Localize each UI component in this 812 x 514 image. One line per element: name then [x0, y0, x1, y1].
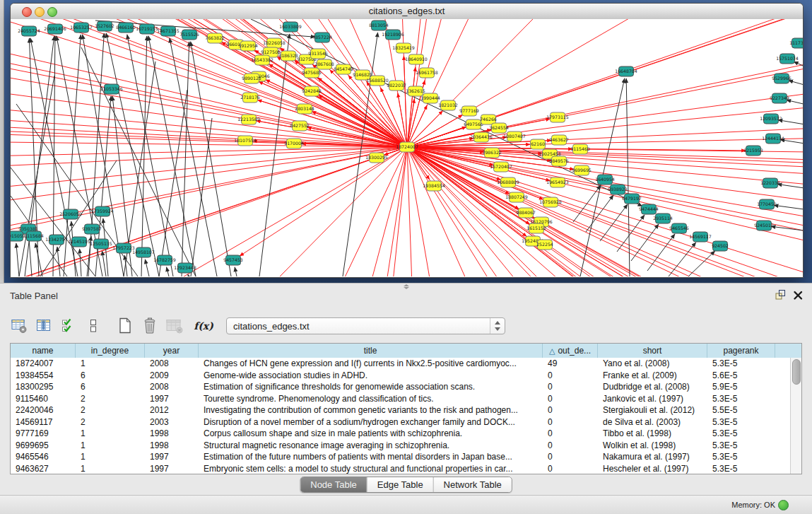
- graph-node[interactable]: 8215953: [743, 146, 763, 156]
- tab-node-table[interactable]: Node Table: [300, 477, 367, 492]
- graph-node[interactable]: 1821032: [438, 100, 458, 110]
- graph-node[interactable]: 9822037: [387, 81, 406, 90]
- graph-node[interactable]: 1990444: [420, 93, 440, 103]
- table-row[interactable]: 1830029562008Estimation of significance …: [11, 381, 791, 393]
- graph-node[interactable]: 62160: [531, 139, 546, 149]
- graph-node[interactable]: 18300295: [365, 153, 388, 163]
- table-row[interactable]: 1938455462009Genome-wide association stu…: [11, 370, 791, 382]
- column-header-in_degree[interactable]: in_degree: [76, 344, 145, 358]
- graph-node[interactable]: 1220334: [760, 178, 780, 188]
- graph-node[interactable]: 3915059: [11, 231, 25, 241]
- graph-node[interactable]: 1527602: [95, 21, 114, 31]
- graph-node[interactable]: 10756928: [539, 197, 562, 207]
- graph-node[interactable]: 12505135: [90, 239, 112, 249]
- table-row[interactable]: 2242004622012Investigating the contribut…: [11, 404, 791, 416]
- scrollbar-thumb[interactable]: [792, 359, 801, 385]
- graph-node[interactable]: 10653257: [70, 23, 93, 33]
- graph-node[interactable]: 16782759: [153, 255, 176, 265]
- network-view[interactable]: 2405572420691406106532571527602846616010…: [11, 19, 803, 277]
- graph-node[interactable]: 9227349: [770, 93, 789, 103]
- graph-node[interactable]: 12342757: [45, 235, 68, 245]
- graph-node[interactable]: 10688809: [497, 177, 519, 187]
- graph-node[interactable]: 7857224: [312, 33, 332, 42]
- graph-node[interactable]: 2803144: [295, 104, 314, 114]
- graph-node[interactable]: 3624554: [489, 123, 509, 133]
- graph-node[interactable]: 16033809: [279, 22, 302, 32]
- graph-node[interactable]: 1117304: [789, 38, 803, 48]
- graph-node[interactable]: 7515526: [180, 30, 199, 40]
- graph-node[interactable]: 20691406: [44, 24, 66, 34]
- table-row[interactable]: 911546021997Tourette syndrome. Phenomeno…: [11, 393, 791, 405]
- new-column-icon[interactable]: [116, 317, 134, 335]
- graph-node[interactable]: 17973115: [546, 112, 569, 122]
- graph-node[interactable]: 9457453: [223, 255, 243, 265]
- graph-node[interactable]: 9849576: [549, 156, 569, 166]
- graph-node[interactable]: 1640954: [595, 175, 615, 185]
- tab-edge-table[interactable]: Edge Table: [367, 477, 434, 492]
- table-row[interactable]: 977716911998Corpus callosum shape and si…: [11, 428, 791, 440]
- graph-node[interactable]: 252254: [536, 240, 553, 250]
- graph-node[interactable]: 924502: [712, 241, 729, 251]
- select-all-icon[interactable]: [59, 317, 78, 335]
- graph-node[interactable]: 15688520: [366, 76, 389, 86]
- graph-node[interactable]: 5938923: [608, 185, 628, 194]
- column-header-pagerank[interactable]: pagerank: [707, 344, 775, 358]
- graph-node[interactable]: 1615152: [526, 223, 546, 233]
- graph-node[interactable]: 12093572: [760, 114, 782, 124]
- graph-node[interactable]: 9463627: [549, 135, 569, 145]
- graph-node[interactable]: 7986322: [482, 148, 502, 158]
- float-panel-icon[interactable]: [775, 289, 786, 300]
- graph-node[interactable]: 10719155: [136, 24, 158, 34]
- graph-node[interactable]: 1362615: [406, 86, 425, 96]
- graph-node[interactable]: 9884067: [516, 208, 536, 218]
- column-header-out_degree[interactable]: △out_de...: [543, 344, 598, 358]
- graph-node[interactable]: 9313546: [308, 49, 328, 59]
- graph-node[interactable]: 6479197: [622, 194, 642, 204]
- graph-node[interactable]: 9777169: [459, 106, 479, 116]
- table-row[interactable]: 946554611997Estimation of the future num…: [11, 451, 791, 463]
- delete-column-icon[interactable]: [141, 317, 159, 335]
- column-header-year[interactable]: year: [145, 344, 199, 358]
- graph-node[interactable]: 5912954: [238, 41, 258, 51]
- graph-node[interactable]: 15720407: [490, 162, 512, 172]
- graph-node[interactable]: 1115684: [24, 231, 44, 241]
- graph-node[interactable]: 9890125: [242, 74, 261, 83]
- graph-node[interactable]: 19218906: [382, 30, 404, 40]
- vertical-scrollbar[interactable]: [790, 358, 801, 474]
- graph-node[interactable]: 8427552: [290, 121, 310, 131]
- graph-node[interactable]: 9699695: [572, 165, 592, 175]
- graph-node[interactable]: 18640910: [405, 54, 428, 64]
- show-columns-icon[interactable]: [35, 317, 53, 335]
- graph-node[interactable]: 25206050: [59, 209, 82, 219]
- table-row[interactable]: 946362711997Embryonic stem cells: a mode…: [11, 463, 791, 474]
- column-header-short[interactable]: short: [598, 344, 707, 358]
- graph-node[interactable]: 9475685: [302, 68, 322, 78]
- tab-network-table[interactable]: Network Table: [434, 477, 512, 492]
- graph-node[interactable]: 9115460: [570, 144, 590, 154]
- graph-node[interactable]: 18226058: [263, 38, 286, 48]
- graph-node[interactable]: 7663822: [205, 33, 225, 43]
- graph-node[interactable]: 8186328: [278, 51, 298, 61]
- graph-node[interactable]: 18107554: [234, 136, 257, 146]
- function-builder-icon[interactable]: f(x): [194, 317, 213, 335]
- graph-node[interactable]: 1770450: [757, 199, 777, 209]
- graph-node[interactable]: 17957223: [112, 243, 135, 253]
- network-table-selector[interactable]: citations_edges.txt: [226, 317, 505, 334]
- graph-node[interactable]: 16961758: [416, 68, 438, 78]
- column-header-name[interactable]: name: [11, 344, 76, 358]
- graph-node[interactable]: 9242848: [302, 86, 322, 96]
- citation-network-canvas[interactable]: 2405572420691406106532571527602846616010…: [11, 19, 803, 276]
- unselect-all-icon[interactable]: [84, 317, 102, 335]
- graph-node[interactable]: 14958107: [132, 247, 155, 257]
- graph-node[interactable]: 14569117: [689, 232, 712, 242]
- close-panel-icon[interactable]: [793, 290, 804, 300]
- graph-node[interactable]: 10807487: [503, 132, 526, 141]
- graph-node[interactable]: 12213589: [237, 115, 260, 124]
- graph-node[interactable]: 2718176: [240, 93, 260, 103]
- graph-node[interactable]: 9397587: [82, 224, 102, 234]
- table-row[interactable]: 969969511998Structural magnetic resonanc…: [11, 440, 791, 452]
- graph-node[interactable]: 9245012: [754, 221, 774, 230]
- table-settings-icon[interactable]: [10, 317, 28, 335]
- window-titlebar[interactable]: citations_edges.txt: [11, 4, 803, 20]
- graph-node[interactable]: 12444134: [762, 134, 784, 144]
